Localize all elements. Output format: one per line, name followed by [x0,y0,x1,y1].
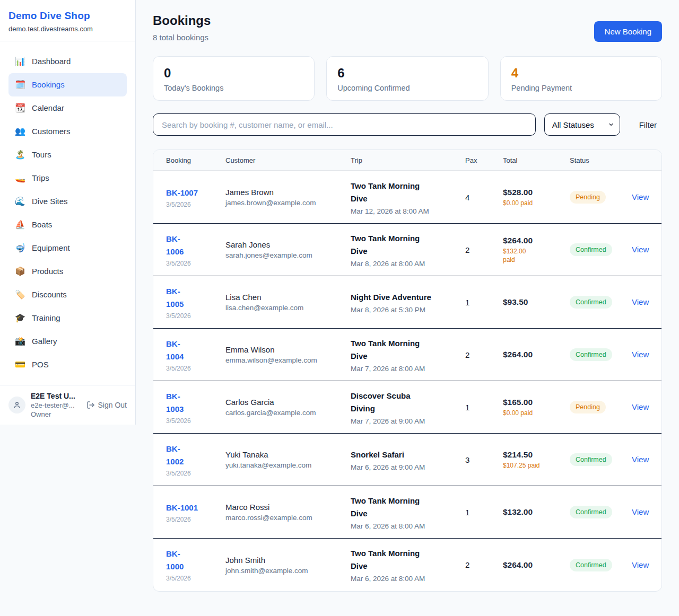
status-badge: Confirmed [570,243,612,256]
status-filter-select[interactable]: All Statuses [545,114,620,135]
sidebar-item-dive-sites[interactable]: 🌊 Dive Sites [8,190,127,213]
trip-cell: Two Tank Morning Dive Mar 8, 2026 at 8:0… [351,232,465,268]
trip-datetime: Mar 8, 2026 at 5:30 PM [351,306,465,314]
main-content: Bookings 8 total bookings New Booking 0 … [136,0,679,609]
view-link[interactable]: View [632,507,649,516]
customer-email: emma.wilson@example.com [225,356,351,364]
trip-name: Night Dive Adventure [351,291,452,304]
calendar-icon: 📆 [15,102,25,115]
status-cell: Pending [570,401,632,413]
booking-id-link[interactable]: BK- 1003 [166,390,184,416]
stat-label: Today's Bookings [164,84,303,92]
sidebar-item-trips[interactable]: 🚤 Trips [8,166,127,190]
total-amount: $165.00 [503,398,570,407]
booking-id-link[interactable]: BK- 1002 [166,443,184,468]
stat-label: Upcoming Confirmed [337,84,477,92]
trip-name: Two Tank Morning Dive [351,547,452,573]
total-amount: $214.50 [503,450,570,460]
table-row: BK- 1005 3/5/2026 Lisa Chen lisa.chen@ex… [153,276,661,329]
status-badge: Confirmed [570,453,612,466]
new-booking-button[interactable]: New Booking [594,21,662,42]
pax-count: 3 [465,455,503,464]
sidebar-item-gallery[interactable]: 📸 Gallery [8,330,127,353]
stat-card-pending-payment: 4 Pending Payment [500,56,662,101]
booking-id-link[interactable]: BK-1007 [166,187,198,199]
customer-cell: Lisa Chen lisa.chen@example.com [225,293,351,312]
total-cell: $165.00 $0.00 paid [503,398,570,417]
booking-id-link[interactable]: BK-1001 [166,501,198,514]
bookings-table: BookingCustomerTripPaxTotalStatus BK-100… [153,149,662,592]
trip-datetime: Mar 8, 2026 at 8:00 AM [351,260,465,268]
brand: Demo Dive Shop demo.test.divestreams.com [0,0,135,41]
status-cell: Confirmed [570,559,632,571]
action-cell: View [632,455,649,464]
total-amount: $528.00 [503,188,570,197]
app-root: Demo Dive Shop demo.test.divestreams.com… [0,0,679,609]
view-link[interactable]: View [632,402,649,411]
status-cell: Confirmed [570,296,632,309]
booking-id-link[interactable]: BK- 1005 [166,285,184,311]
gallery-icon: 📸 [15,335,25,348]
paid-amount: $0.00 paid [503,199,570,207]
booking-id-link[interactable]: BK- 1004 [166,338,184,363]
filter-button[interactable]: Filter [634,120,662,129]
booking-date: 3/5/2026 [166,417,225,425]
shop-domain: demo.test.divestreams.com [8,25,127,33]
person-icon [13,401,21,409]
column-header-pax: Pax [465,156,503,164]
customer-email: sarah.jones@example.com [225,251,351,259]
customer-name: John Smith [225,556,351,565]
sidebar-item-discounts[interactable]: 🏷️ Discounts [8,283,127,306]
user-section: E2E Test U... e2e-tester@... Owner Sign … [0,385,135,425]
total-amount: $93.50 [503,297,570,307]
sidebar-item-products[interactable]: 📦 Products [8,260,127,283]
sidebar-item-training[interactable]: 🎓 Training [8,306,127,330]
sign-out-button[interactable]: Sign Out [86,401,127,409]
status-cell: Confirmed [570,348,632,361]
trip-name: Two Tank Morning Dive [351,495,452,520]
status-badge: Confirmed [570,296,612,309]
sidebar-item-calendar[interactable]: 📆 Calendar [8,96,127,120]
view-link[interactable]: View [632,297,649,306]
booking-cell: BK-1007 3/5/2026 [166,187,225,208]
sign-out-icon [86,401,95,409]
trip-datetime: Mar 6, 2026 at 8:00 AM [351,575,465,583]
sidebar-item-pos[interactable]: 💳 POS [8,353,127,376]
customer-name: Emma Wilson [225,345,351,354]
page-header: Bookings 8 total bookings New Booking [153,13,662,42]
page-header-text: Bookings 8 total bookings [153,13,211,42]
view-link[interactable]: View [632,245,649,254]
sidebar-item-customers[interactable]: 👥 Customers [8,120,127,143]
trip-datetime: Mar 12, 2026 at 8:00 AM [351,207,465,215]
status-badge: Pending [570,401,606,413]
customer-cell: Yuki Tanaka yuki.tanaka@example.com [225,450,351,469]
total-cell: $264.00 $132.00 paid [503,236,570,264]
sidebar-item-label: Tours [32,148,51,161]
booking-id-link[interactable]: BK- 1006 [166,233,184,258]
search-input[interactable] [153,113,536,136]
status-filter[interactable]: All Statuses [544,113,620,136]
user-info: E2E Test U... e2e-tester@... Owner [31,392,75,418]
status-badge: Pending [570,191,606,204]
filters-row: All Statuses Filter [153,113,662,136]
dive-sites-icon: 🌊 [15,195,25,208]
sidebar-item-dashboard[interactable]: 📊 Dashboard [8,50,127,73]
booking-cell: BK- 1003 3/5/2026 [166,390,225,425]
trip-datetime: Mar 7, 2026 at 9:00 AM [351,417,465,425]
status-cell: Confirmed [570,506,632,518]
total-cell: $264.00 [503,350,570,359]
view-link[interactable]: View [632,192,649,201]
customer-email: lisa.chen@example.com [225,304,351,312]
user-name: E2E Test U... [31,392,75,400]
view-link[interactable]: View [632,455,649,464]
sign-out-label: Sign Out [98,401,127,409]
sidebar-item-bookings[interactable]: 🗓️ Bookings [8,73,127,96]
sidebar-item-equipment[interactable]: 🤿 Equipment [8,236,127,260]
sidebar-item-boats[interactable]: ⛵ Boats [8,213,127,236]
view-link[interactable]: View [632,350,649,359]
booking-id-link[interactable]: BK- 1000 [166,548,184,573]
table-header: BookingCustomerTripPaxTotalStatus [153,150,661,171]
pax-count: 2 [465,350,503,359]
view-link[interactable]: View [632,560,649,569]
sidebar-item-tours[interactable]: 🏝️ Tours [8,143,127,166]
